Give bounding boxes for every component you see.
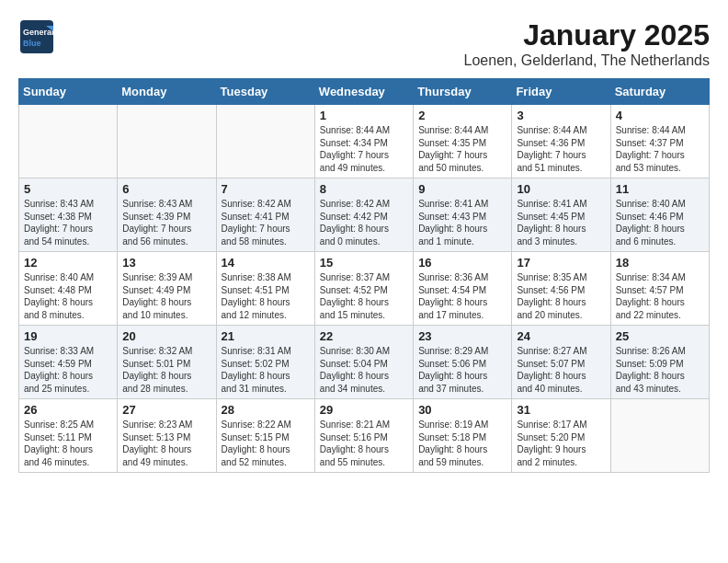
calendar-cell: 2Sunrise: 8:44 AM Sunset: 4:35 PM Daylig… (414, 105, 512, 178)
day-content: Sunrise: 8:38 AM Sunset: 4:51 PM Dayligh… (222, 271, 310, 321)
day-content: Sunrise: 8:27 AM Sunset: 5:07 PM Dayligh… (517, 345, 605, 395)
title-block: January 2025 Loenen, Gelderland, The Net… (464, 18, 710, 69)
calendar-cell: 26Sunrise: 8:25 AM Sunset: 5:11 PM Dayli… (19, 399, 118, 473)
calendar-cell: 13Sunrise: 8:39 AM Sunset: 4:49 PM Dayli… (118, 252, 216, 326)
day-number: 31 (517, 403, 605, 417)
day-content: Sunrise: 8:26 AM Sunset: 5:09 PM Dayligh… (616, 345, 704, 395)
calendar-cell: 31Sunrise: 8:17 AM Sunset: 5:20 PM Dayli… (512, 399, 610, 473)
calendar-cell: 12Sunrise: 8:40 AM Sunset: 4:48 PM Dayli… (19, 252, 118, 326)
calendar-cell: 14Sunrise: 8:38 AM Sunset: 4:51 PM Dayli… (216, 252, 314, 326)
day-number: 11 (616, 182, 704, 196)
month-title: January 2025 (464, 18, 710, 52)
calendar-cell: 15Sunrise: 8:37 AM Sunset: 4:52 PM Dayli… (314, 252, 413, 326)
day-content: Sunrise: 8:43 AM Sunset: 4:38 PM Dayligh… (24, 198, 112, 247)
day-number: 5 (24, 182, 112, 196)
day-number: 16 (418, 256, 506, 270)
day-number: 30 (418, 403, 506, 417)
calendar-cell: 30Sunrise: 8:19 AM Sunset: 5:18 PM Dayli… (414, 399, 512, 473)
day-number: 12 (24, 256, 112, 270)
calendar-cell (216, 105, 314, 178)
calendar-table: SundayMondayTuesdayWednesdayThursdayFrid… (18, 78, 710, 473)
calendar-cell: 25Sunrise: 8:26 AM Sunset: 5:09 PM Dayli… (610, 326, 709, 399)
day-content: Sunrise: 8:37 AM Sunset: 4:52 PM Dayligh… (320, 271, 408, 321)
day-number: 18 (616, 256, 704, 270)
day-number: 9 (418, 182, 506, 196)
day-content: Sunrise: 8:44 AM Sunset: 4:36 PM Dayligh… (517, 124, 605, 174)
week-row-1: 1Sunrise: 8:44 AM Sunset: 4:34 PM Daylig… (19, 105, 710, 178)
calendar-cell: 23Sunrise: 8:29 AM Sunset: 5:06 PM Dayli… (414, 326, 512, 399)
day-number: 15 (320, 256, 408, 270)
day-number: 20 (122, 329, 210, 343)
weekday-header-tuesday: Tuesday (216, 79, 314, 105)
day-content: Sunrise: 8:42 AM Sunset: 4:41 PM Dayligh… (222, 198, 310, 247)
calendar-cell: 1Sunrise: 8:44 AM Sunset: 4:34 PM Daylig… (314, 105, 413, 178)
calendar-cell: 10Sunrise: 8:41 AM Sunset: 4:45 PM Dayli… (512, 178, 610, 252)
day-number: 7 (222, 182, 310, 196)
calendar-cell: 21Sunrise: 8:31 AM Sunset: 5:02 PM Dayli… (216, 326, 314, 399)
day-number: 27 (122, 403, 210, 417)
calendar-cell: 22Sunrise: 8:30 AM Sunset: 5:04 PM Dayli… (314, 326, 413, 399)
day-number: 6 (122, 182, 210, 196)
day-number: 22 (320, 329, 408, 343)
weekday-header-monday: Monday (118, 79, 216, 105)
day-number: 28 (222, 403, 310, 417)
day-number: 10 (517, 182, 605, 196)
calendar-cell: 16Sunrise: 8:36 AM Sunset: 4:54 PM Dayli… (414, 252, 512, 326)
day-content: Sunrise: 8:30 AM Sunset: 5:04 PM Dayligh… (320, 345, 408, 395)
page-header: General Blue January 2025 Loenen, Gelder… (18, 18, 710, 69)
location-title: Loenen, Gelderland, The Netherlands (464, 52, 710, 69)
weekday-header-saturday: Saturday (610, 79, 709, 105)
svg-text:General: General (23, 28, 54, 37)
weekday-header-row: SundayMondayTuesdayWednesdayThursdayFrid… (19, 79, 710, 105)
day-number: 4 (616, 109, 704, 122)
calendar-cell: 17Sunrise: 8:35 AM Sunset: 4:56 PM Dayli… (512, 252, 610, 326)
weekday-header-sunday: Sunday (19, 79, 118, 105)
day-content: Sunrise: 8:22 AM Sunset: 5:15 PM Dayligh… (222, 419, 310, 468)
day-content: Sunrise: 8:21 AM Sunset: 5:16 PM Dayligh… (320, 419, 408, 468)
day-number: 8 (320, 182, 408, 196)
day-content: Sunrise: 8:23 AM Sunset: 5:13 PM Dayligh… (122, 419, 210, 468)
calendar-cell: 19Sunrise: 8:33 AM Sunset: 4:59 PM Dayli… (19, 326, 118, 399)
week-row-4: 19Sunrise: 8:33 AM Sunset: 4:59 PM Dayli… (19, 326, 710, 399)
day-content: Sunrise: 8:41 AM Sunset: 4:45 PM Dayligh… (517, 198, 605, 247)
calendar-cell (19, 105, 118, 178)
svg-rect-0 (20, 20, 53, 53)
calendar-cell: 29Sunrise: 8:21 AM Sunset: 5:16 PM Dayli… (314, 399, 413, 473)
day-content: Sunrise: 8:39 AM Sunset: 4:49 PM Dayligh… (122, 271, 210, 321)
day-content: Sunrise: 8:29 AM Sunset: 5:06 PM Dayligh… (418, 345, 506, 395)
weekday-header-thursday: Thursday (414, 79, 512, 105)
day-content: Sunrise: 8:43 AM Sunset: 4:39 PM Dayligh… (122, 198, 210, 247)
day-number: 17 (517, 256, 605, 270)
day-number: 19 (24, 329, 112, 343)
day-number: 21 (222, 329, 310, 343)
day-content: Sunrise: 8:25 AM Sunset: 5:11 PM Dayligh… (24, 419, 112, 468)
week-row-3: 12Sunrise: 8:40 AM Sunset: 4:48 PM Dayli… (19, 252, 710, 326)
calendar-cell: 4Sunrise: 8:44 AM Sunset: 4:37 PM Daylig… (610, 105, 709, 178)
calendar-cell (610, 399, 709, 473)
day-number: 26 (24, 403, 112, 417)
day-content: Sunrise: 8:34 AM Sunset: 4:57 PM Dayligh… (616, 271, 704, 321)
day-content: Sunrise: 8:41 AM Sunset: 4:43 PM Dayligh… (418, 198, 506, 247)
weekday-header-friday: Friday (512, 79, 610, 105)
calendar-cell: 11Sunrise: 8:40 AM Sunset: 4:46 PM Dayli… (610, 178, 709, 252)
calendar-cell: 9Sunrise: 8:41 AM Sunset: 4:43 PM Daylig… (414, 178, 512, 252)
day-content: Sunrise: 8:40 AM Sunset: 4:46 PM Dayligh… (616, 198, 704, 247)
day-number: 29 (320, 403, 408, 417)
day-number: 13 (122, 256, 210, 270)
calendar-cell: 20Sunrise: 8:32 AM Sunset: 5:01 PM Dayli… (118, 326, 216, 399)
weekday-header-wednesday: Wednesday (314, 79, 413, 105)
day-content: Sunrise: 8:44 AM Sunset: 4:35 PM Dayligh… (418, 124, 506, 174)
calendar-cell: 24Sunrise: 8:27 AM Sunset: 5:07 PM Dayli… (512, 326, 610, 399)
calendar-cell: 27Sunrise: 8:23 AM Sunset: 5:13 PM Dayli… (118, 399, 216, 473)
day-number: 14 (222, 256, 310, 270)
calendar-cell: 6Sunrise: 8:43 AM Sunset: 4:39 PM Daylig… (118, 178, 216, 252)
day-content: Sunrise: 8:17 AM Sunset: 5:20 PM Dayligh… (517, 419, 605, 468)
day-content: Sunrise: 8:40 AM Sunset: 4:48 PM Dayligh… (24, 271, 112, 321)
day-content: Sunrise: 8:31 AM Sunset: 5:02 PM Dayligh… (222, 345, 310, 395)
day-number: 3 (517, 109, 605, 122)
day-content: Sunrise: 8:42 AM Sunset: 4:42 PM Dayligh… (320, 198, 408, 247)
day-content: Sunrise: 8:44 AM Sunset: 4:34 PM Dayligh… (320, 124, 408, 174)
calendar-cell: 28Sunrise: 8:22 AM Sunset: 5:15 PM Dayli… (216, 399, 314, 473)
calendar-cell: 18Sunrise: 8:34 AM Sunset: 4:57 PM Dayli… (610, 252, 709, 326)
day-content: Sunrise: 8:36 AM Sunset: 4:54 PM Dayligh… (418, 271, 506, 321)
